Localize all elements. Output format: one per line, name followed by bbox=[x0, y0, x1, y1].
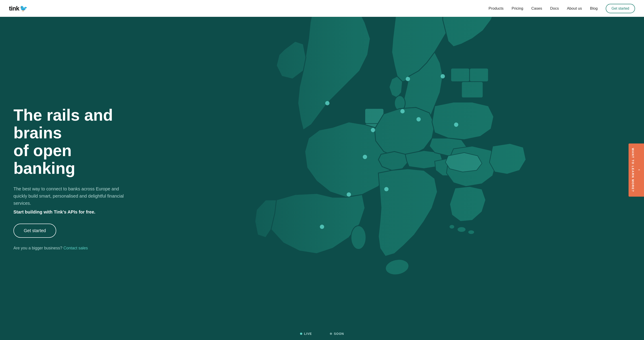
nav-link-blog[interactable]: Blog bbox=[590, 6, 598, 11]
map-legend: LIVE SOON bbox=[300, 332, 344, 335]
hero-contact: Are you a bigger business? Contact sales bbox=[14, 246, 130, 251]
svg-point-18 bbox=[400, 109, 405, 113]
svg-point-16 bbox=[325, 101, 330, 105]
nav-get-started-button[interactable]: Get started bbox=[606, 4, 635, 13]
logo[interactable]: tink 🐦 bbox=[9, 5, 28, 12]
nav-link-cases[interactable]: Cases bbox=[531, 6, 542, 11]
nav-link-products[interactable]: Products bbox=[488, 6, 504, 11]
legend-soon-label: SOON bbox=[334, 332, 344, 335]
svg-point-21 bbox=[384, 187, 388, 191]
svg-point-26 bbox=[347, 193, 351, 197]
svg-point-19 bbox=[363, 155, 367, 159]
legend-live: LIVE bbox=[300, 332, 312, 335]
legend-live-dot bbox=[300, 332, 302, 335]
legend-soon: SOON bbox=[330, 332, 344, 335]
svg-rect-15 bbox=[161, 17, 644, 340]
svg-point-23 bbox=[441, 74, 445, 79]
hero-get-started-button[interactable]: Get started bbox=[14, 224, 56, 238]
hero-contact-text: Are you a bigger business? bbox=[14, 246, 62, 250]
europe-map bbox=[161, 17, 644, 340]
nav-links: Products Pricing Cases Docs About us Blo… bbox=[488, 4, 635, 13]
hero-subtitle: The best way to connect to banks across … bbox=[14, 185, 130, 207]
hero-title: The rails and brains of open banking bbox=[14, 106, 130, 178]
svg-point-22 bbox=[454, 122, 458, 127]
svg-point-20 bbox=[416, 117, 421, 121]
hero-section: The rails and brains of open banking The… bbox=[0, 17, 644, 340]
side-tab-arrow-icon: ‹ bbox=[637, 169, 641, 171]
svg-point-17 bbox=[371, 128, 375, 132]
logo-text: tink bbox=[9, 5, 19, 12]
svg-point-24 bbox=[406, 77, 410, 81]
side-tab-learn-more[interactable]: ‹ WANT TO LEARN MORE? bbox=[628, 143, 644, 197]
logo-bird-icon: 🐦 bbox=[20, 5, 28, 12]
svg-point-25 bbox=[320, 225, 324, 229]
nav-link-about[interactable]: About us bbox=[567, 6, 582, 11]
navbar: tink 🐦 Products Pricing Cases Docs About… bbox=[0, 0, 644, 17]
hero-cta-text: Start building with Tink's APIs for free… bbox=[14, 210, 130, 215]
side-tab-label: WANT TO LEARN MORE? bbox=[631, 148, 634, 192]
nav-link-docs[interactable]: Docs bbox=[550, 6, 559, 11]
hero-content: The rails and brains of open banking The… bbox=[0, 88, 143, 269]
contact-sales-link[interactable]: Contact sales bbox=[63, 246, 88, 250]
legend-soon-dot bbox=[330, 332, 332, 335]
legend-live-label: LIVE bbox=[304, 332, 312, 335]
nav-link-pricing[interactable]: Pricing bbox=[512, 6, 523, 11]
